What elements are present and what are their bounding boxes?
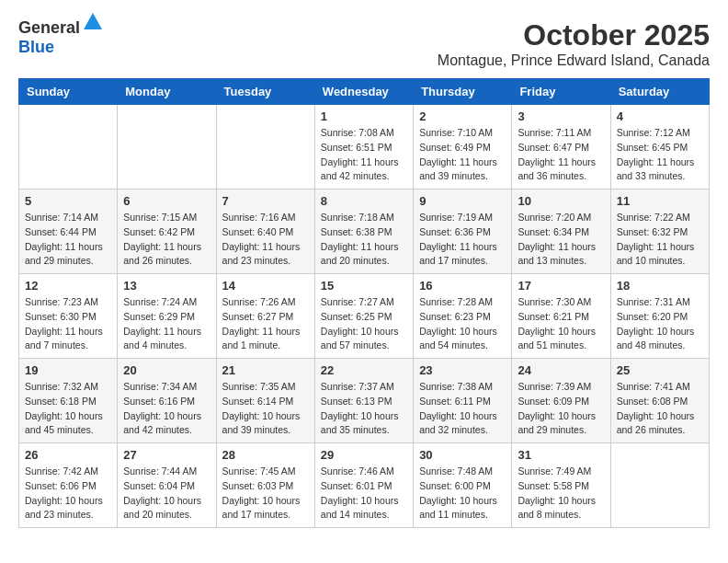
day-number: 1 (321, 109, 407, 123)
calendar-cell: 7Sunrise: 7:16 AM Sunset: 6:40 PM Daylig… (216, 190, 314, 274)
calendar-week-3: 12Sunrise: 7:23 AM Sunset: 6:30 PM Dayli… (19, 274, 710, 359)
calendar-cell: 24Sunrise: 7:39 AM Sunset: 6:09 PM Dayli… (512, 359, 610, 443)
day-info: Sunrise: 7:31 AM Sunset: 6:20 PM Dayligh… (617, 295, 703, 353)
day-info: Sunrise: 7:23 AM Sunset: 6:30 PM Dayligh… (25, 295, 111, 353)
day-number: 7 (222, 194, 309, 208)
day-info: Sunrise: 7:12 AM Sunset: 6:45 PM Dayligh… (617, 126, 703, 184)
calendar-cell: 13Sunrise: 7:24 AM Sunset: 6:29 PM Dayli… (118, 274, 216, 359)
weekday-header-friday: Friday (512, 79, 610, 105)
calendar-cell: 10Sunrise: 7:20 AM Sunset: 6:34 PM Dayli… (512, 190, 610, 274)
day-number: 19 (25, 363, 111, 377)
day-info: Sunrise: 7:20 AM Sunset: 6:34 PM Dayligh… (518, 211, 604, 269)
calendar-cell (118, 105, 216, 190)
weekday-header-row: SundayMondayTuesdayWednesdayThursdayFrid… (19, 79, 710, 105)
calendar-cell: 8Sunrise: 7:18 AM Sunset: 6:38 PM Daylig… (314, 190, 413, 274)
day-info: Sunrise: 7:19 AM Sunset: 6:36 PM Dayligh… (419, 211, 506, 269)
logo-blue-text: Blue (18, 38, 54, 56)
logo-icon (82, 11, 104, 33)
day-number: 29 (321, 448, 407, 462)
calendar-cell: 2Sunrise: 7:10 AM Sunset: 6:49 PM Daylig… (414, 105, 512, 190)
calendar-cell (216, 105, 314, 190)
day-number: 11 (617, 194, 703, 208)
day-info: Sunrise: 7:22 AM Sunset: 6:32 PM Dayligh… (617, 211, 703, 269)
day-number: 12 (25, 279, 111, 293)
day-number: 6 (123, 194, 210, 208)
calendar-cell: 1Sunrise: 7:08 AM Sunset: 6:51 PM Daylig… (314, 105, 413, 190)
day-number: 30 (419, 448, 506, 462)
location-title: Montague, Prince Edward Island, Canada (438, 52, 710, 69)
calendar-cell: 14Sunrise: 7:26 AM Sunset: 6:27 PM Dayli… (216, 274, 314, 359)
day-info: Sunrise: 7:46 AM Sunset: 6:01 PM Dayligh… (321, 465, 407, 523)
day-info: Sunrise: 7:34 AM Sunset: 6:16 PM Dayligh… (123, 380, 210, 438)
calendar-cell: 18Sunrise: 7:31 AM Sunset: 6:20 PM Dayli… (610, 274, 709, 359)
day-info: Sunrise: 7:16 AM Sunset: 6:40 PM Dayligh… (222, 211, 309, 269)
day-info: Sunrise: 7:37 AM Sunset: 6:13 PM Dayligh… (321, 380, 407, 438)
weekday-header-sunday: Sunday (19, 79, 118, 105)
weekday-header-monday: Monday (118, 79, 216, 105)
calendar-cell: 16Sunrise: 7:28 AM Sunset: 6:23 PM Dayli… (414, 274, 512, 359)
day-number: 21 (222, 363, 309, 377)
calendar-cell: 5Sunrise: 7:14 AM Sunset: 6:44 PM Daylig… (19, 190, 118, 274)
day-number: 5 (25, 194, 111, 208)
day-info: Sunrise: 7:08 AM Sunset: 6:51 PM Dayligh… (321, 126, 407, 184)
day-number: 14 (222, 279, 309, 293)
calendar-cell: 17Sunrise: 7:30 AM Sunset: 6:21 PM Dayli… (512, 274, 610, 359)
day-info: Sunrise: 7:35 AM Sunset: 6:14 PM Dayligh… (222, 380, 309, 438)
calendar-cell: 3Sunrise: 7:11 AM Sunset: 6:47 PM Daylig… (512, 105, 610, 190)
day-number: 17 (518, 279, 604, 293)
calendar-week-1: 1Sunrise: 7:08 AM Sunset: 6:51 PM Daylig… (19, 105, 710, 190)
calendar-cell: 26Sunrise: 7:42 AM Sunset: 6:06 PM Dayli… (19, 443, 118, 528)
day-info: Sunrise: 7:39 AM Sunset: 6:09 PM Dayligh… (518, 380, 604, 438)
weekday-header-saturday: Saturday (610, 79, 709, 105)
weekday-header-wednesday: Wednesday (314, 79, 413, 105)
calendar-cell: 21Sunrise: 7:35 AM Sunset: 6:14 PM Dayli… (216, 359, 314, 443)
day-number: 25 (617, 363, 703, 377)
day-number: 13 (123, 279, 210, 293)
day-info: Sunrise: 7:27 AM Sunset: 6:25 PM Dayligh… (321, 295, 407, 353)
calendar-week-2: 5Sunrise: 7:14 AM Sunset: 6:44 PM Daylig… (19, 190, 710, 274)
day-info: Sunrise: 7:24 AM Sunset: 6:29 PM Dayligh… (123, 295, 210, 353)
day-info: Sunrise: 7:49 AM Sunset: 5:58 PM Dayligh… (518, 465, 604, 523)
weekday-header-tuesday: Tuesday (216, 79, 314, 105)
calendar-cell: 30Sunrise: 7:48 AM Sunset: 6:00 PM Dayli… (414, 443, 512, 528)
calendar-cell: 20Sunrise: 7:34 AM Sunset: 6:16 PM Dayli… (118, 359, 216, 443)
day-info: Sunrise: 7:32 AM Sunset: 6:18 PM Dayligh… (25, 380, 111, 438)
day-info: Sunrise: 7:11 AM Sunset: 6:47 PM Dayligh… (518, 126, 604, 184)
day-number: 15 (321, 279, 407, 293)
svg-marker-0 (84, 13, 102, 29)
calendar-cell: 29Sunrise: 7:46 AM Sunset: 6:01 PM Dayli… (314, 443, 413, 528)
day-info: Sunrise: 7:28 AM Sunset: 6:23 PM Dayligh… (419, 295, 506, 353)
calendar-cell: 11Sunrise: 7:22 AM Sunset: 6:32 PM Dayli… (610, 190, 709, 274)
calendar-cell: 23Sunrise: 7:38 AM Sunset: 6:11 PM Dayli… (414, 359, 512, 443)
day-info: Sunrise: 7:45 AM Sunset: 6:03 PM Dayligh… (222, 465, 309, 523)
calendar-cell (19, 105, 118, 190)
day-info: Sunrise: 7:26 AM Sunset: 6:27 PM Dayligh… (222, 295, 309, 353)
day-number: 2 (419, 109, 506, 123)
title-section: October 2025 Montague, Prince Edward Isl… (438, 18, 710, 69)
calendar-week-5: 26Sunrise: 7:42 AM Sunset: 6:06 PM Dayli… (19, 443, 710, 528)
day-info: Sunrise: 7:38 AM Sunset: 6:11 PM Dayligh… (419, 380, 506, 438)
day-number: 9 (419, 194, 506, 208)
day-number: 23 (419, 363, 506, 377)
calendar-cell: 31Sunrise: 7:49 AM Sunset: 5:58 PM Dayli… (512, 443, 610, 528)
day-number: 26 (25, 448, 111, 462)
day-info: Sunrise: 7:42 AM Sunset: 6:06 PM Dayligh… (25, 465, 111, 523)
day-number: 28 (222, 448, 309, 462)
calendar-cell: 28Sunrise: 7:45 AM Sunset: 6:03 PM Dayli… (216, 443, 314, 528)
day-info: Sunrise: 7:10 AM Sunset: 6:49 PM Dayligh… (419, 126, 506, 184)
day-number: 24 (518, 363, 604, 377)
day-number: 3 (518, 109, 604, 123)
day-number: 18 (617, 279, 703, 293)
day-number: 22 (321, 363, 407, 377)
page-header: General Blue October 2025 Montague, Prin… (18, 18, 710, 69)
day-number: 20 (123, 363, 210, 377)
month-title: October 2025 (438, 18, 710, 52)
day-number: 10 (518, 194, 604, 208)
day-info: Sunrise: 7:41 AM Sunset: 6:08 PM Dayligh… (617, 380, 703, 438)
calendar-cell (610, 443, 709, 528)
calendar-cell: 4Sunrise: 7:12 AM Sunset: 6:45 PM Daylig… (610, 105, 709, 190)
day-number: 31 (518, 448, 604, 462)
day-info: Sunrise: 7:14 AM Sunset: 6:44 PM Dayligh… (25, 211, 111, 269)
calendar-week-4: 19Sunrise: 7:32 AM Sunset: 6:18 PM Dayli… (19, 359, 710, 443)
day-info: Sunrise: 7:15 AM Sunset: 6:42 PM Dayligh… (123, 211, 210, 269)
